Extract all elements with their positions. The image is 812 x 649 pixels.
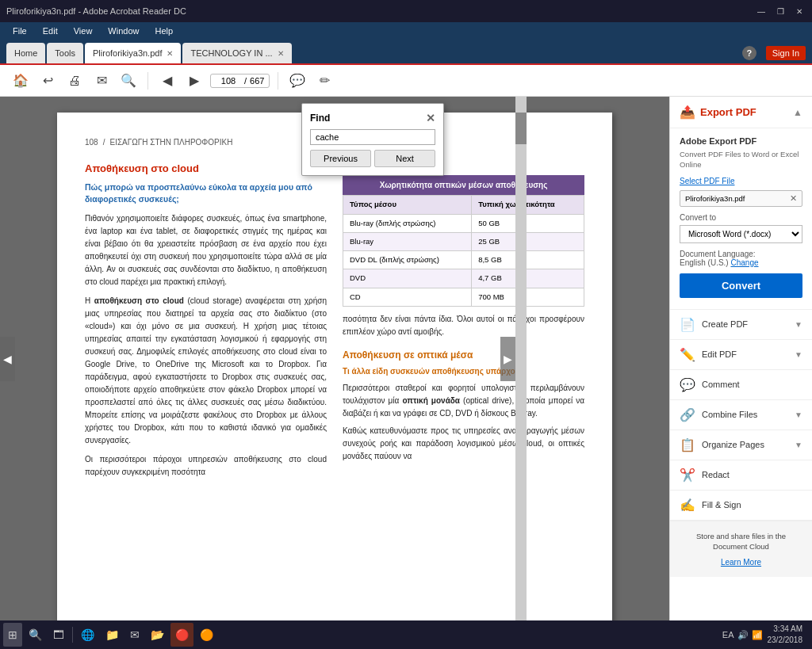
taskbar-time: 3:34 AM 23/2/2018 — [768, 624, 803, 646]
email-btn[interactable]: ✉ — [90, 70, 113, 92]
fill-sign-icon: ✍️ — [680, 498, 695, 513]
convert-format-select[interactable]: Microsoft Word (*.docx) Microsoft Excel … — [680, 225, 802, 243]
section2-title: Αποθήκευση σε οπτικά μέσα — [343, 348, 584, 362]
tab-pdf2-close[interactable]: ✕ — [278, 49, 284, 58]
tool-organize-pages[interactable]: 📋 Organize Pages ▼ — [670, 430, 812, 460]
organize-label: Organize Pages — [702, 440, 764, 449]
page-number-input[interactable] — [216, 76, 241, 86]
tool-edit-pdf[interactable]: ✏️ Edit PDF ▼ — [670, 340, 812, 370]
section1-body: Πιθανόν χρησιμοποιείτε διάφορες συσκευές… — [85, 212, 327, 288]
page-number-display: 108 — [85, 136, 98, 148]
tab-pdf2[interactable]: TECHNOLOGY IN ... ✕ — [182, 43, 291, 63]
scroll-thumb[interactable] — [515, 113, 527, 144]
doc-language-row: Document Language: English (U.S.) Change — [680, 250, 802, 267]
sign-in-button[interactable]: Sign In — [766, 46, 806, 60]
find-next-btn[interactable]: Next — [374, 150, 435, 167]
tab-home[interactable]: Home — [6, 43, 45, 63]
keyboard-icon: EA — [722, 630, 734, 639]
pdf-scrollbar[interactable] — [515, 97, 527, 620]
home-toolbar-btn[interactable]: 🏠 — [10, 70, 32, 92]
next-page-btn[interactable]: ▶ — [183, 70, 205, 92]
close-button[interactable]: ✕ — [793, 5, 806, 17]
start-button[interactable]: ⊞ — [3, 623, 22, 647]
tool-combine-files[interactable]: 🔗 Combine Files ▼ — [670, 400, 812, 430]
tab-pdf1[interactable]: Pliroforikiya3n.pdf ✕ — [85, 43, 181, 63]
tool-comment[interactable]: 💬 Comment — [670, 370, 812, 400]
edit-pdf-icon: ✏️ — [680, 347, 695, 362]
table-header-type: Τύπος μέσου — [343, 196, 472, 214]
menu-view[interactable]: View — [67, 25, 99, 37]
time-display: 3:34 AM — [768, 624, 803, 635]
comment-label: Comment — [702, 380, 740, 389]
filemanager-btn[interactable]: 📂 — [146, 623, 169, 647]
mail-btn[interactable]: ✉ — [125, 623, 144, 647]
change-language-link[interactable]: Change — [730, 258, 758, 267]
tab-tools-label: Tools — [55, 48, 75, 58]
volume-icon[interactable]: 🔊 — [737, 630, 749, 640]
menu-bar: File Edit View Window Help — [0, 22, 812, 40]
panel-section-title: Adobe Export PDF — [680, 136, 802, 146]
section1-body3: Οι περισσότεροι πάροχοι υπηρεσιών αποθήκ… — [85, 453, 327, 479]
page-nav: / 667 — [210, 74, 270, 88]
prev-page-btn[interactable]: ◀ — [156, 70, 178, 92]
redact-label: Redact — [702, 470, 730, 479]
clear-filename-btn[interactable]: ✕ — [790, 193, 797, 204]
tab-tools[interactable]: Tools — [47, 43, 83, 63]
date-display: 23/2/2018 — [768, 635, 803, 646]
print-btn[interactable]: 🖨 — [63, 70, 86, 92]
prev-page-arrow[interactable]: ◀ — [0, 337, 15, 381]
file-input-row: Pliroforikiya3n.pdf ✕ — [680, 190, 802, 207]
menu-file[interactable]: File — [6, 25, 33, 37]
toolbar-sep1 — [147, 72, 148, 90]
edge-btn[interactable]: 🌐 — [76, 623, 99, 647]
tab-pdf1-close[interactable]: ✕ — [167, 49, 173, 58]
help-icon[interactable]: ? — [742, 46, 756, 60]
select-pdf-link[interactable]: Select PDF File — [680, 177, 802, 185]
taskbar-right: EA 🔊 📶 3:34 AM 23/2/2018 — [722, 624, 809, 646]
pdf-area: ◀ ▶ Find ✕ Previous Next 108 / ΕΙΣΑΓΩΓΗ … — [0, 97, 669, 620]
combine-icon: 🔗 — [680, 407, 695, 422]
explorer-btn[interactable]: 📁 — [101, 623, 124, 647]
tool-fill-sign[interactable]: ✍️ Fill & Sign — [670, 491, 812, 521]
tool-create-pdf[interactable]: 📄 Create PDF ▼ — [670, 310, 812, 340]
search-btn[interactable]: 🔍 — [24, 623, 47, 647]
tool-redact[interactable]: ✂️ Redact — [670, 460, 812, 491]
comment-btn[interactable]: 💬 — [286, 70, 308, 92]
panel-collapse-icon[interactable]: ▲ — [793, 107, 802, 118]
find-input[interactable] — [310, 129, 435, 145]
table-row: DVD4,7 GB — [343, 269, 584, 288]
combine-expand-icon: ▼ — [795, 410, 802, 419]
organize-expand-icon: ▼ — [795, 441, 802, 449]
minimize-button[interactable]: — — [755, 5, 768, 17]
tab-pdf1-label: Pliroforikiya3n.pdf — [93, 48, 162, 58]
store-section: Store and share files in the Document Cl… — [670, 521, 812, 578]
edit-pdf-expand-icon: ▼ — [795, 350, 802, 359]
menu-help[interactable]: Help — [148, 25, 179, 37]
menu-edit[interactable]: Edit — [36, 25, 64, 37]
doc-lang-label: Document Language: — [680, 250, 756, 258]
store-text: Store and share files in the Document Cl… — [680, 531, 802, 552]
panel-desc: Convert PDF Files to Word or Excel Onlin… — [680, 149, 802, 170]
table-row: DVD DL (διπλής στρώσης)8,5 GB — [343, 251, 584, 269]
network-icon[interactable]: 📶 — [752, 630, 763, 640]
markup-btn[interactable]: ✏ — [313, 70, 335, 92]
section1-body2: Η αποθήκευση στο cloud (cloud storage) α… — [85, 295, 327, 447]
back-btn[interactable]: ↩ — [36, 70, 59, 92]
breadcrumb: ΕΙΣΑΓΩΓΗ ΣΤΗΝ ΠΛΗΡΟΦΟΡΙΚΗ — [109, 136, 232, 148]
menu-window[interactable]: Window — [102, 25, 145, 37]
acrobat-btn[interactable]: 🔴 — [170, 623, 193, 647]
convert-button[interactable]: Convert — [680, 273, 802, 298]
next-page-arrow[interactable]: ▶ — [500, 337, 515, 381]
find-buttons: Previous Next — [310, 150, 435, 167]
pdf-content: Αποθήκευση στο cloud Πώς μπορώ να προσπε… — [85, 161, 584, 479]
learn-more-link[interactable]: Learn More — [721, 558, 761, 567]
powerpoint-btn[interactable]: 🟠 — [195, 623, 218, 647]
task-view-btn[interactable]: 🗔 — [48, 623, 69, 647]
find-prev-btn[interactable]: Previous — [310, 150, 371, 167]
convert-to-label: Convert to — [680, 213, 802, 222]
systray: EA 🔊 📶 — [722, 630, 763, 640]
find-dialog-close[interactable]: ✕ — [426, 112, 435, 124]
window-title: Pliroforikiya3n.pdf - Adobe Acrobat Read… — [6, 6, 186, 16]
restore-button[interactable]: ❒ — [774, 5, 787, 17]
find-btn[interactable]: 🔍 — [117, 70, 140, 92]
